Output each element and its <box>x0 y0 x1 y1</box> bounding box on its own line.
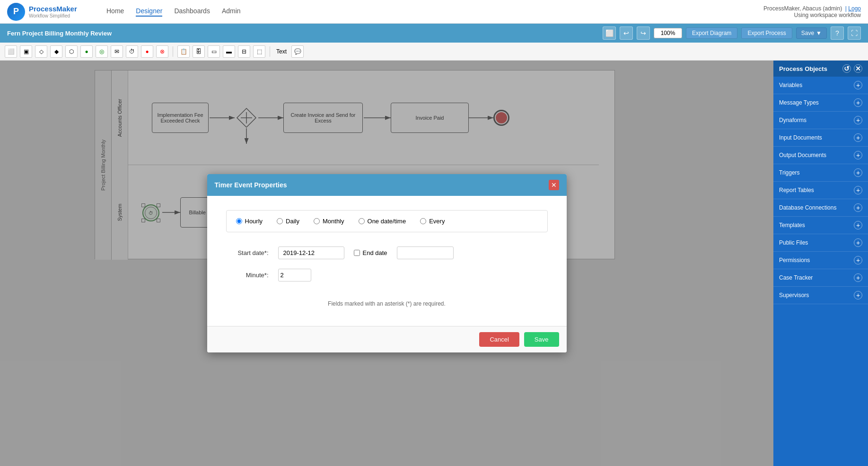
logout-link[interactable]: Logo <box>848 5 861 12</box>
tool-copy[interactable]: 📋 <box>177 45 190 58</box>
user-info: ProcessMaker, Abacus (admin) <box>763 5 842 12</box>
end-date-label-text: End date <box>363 249 387 256</box>
main-layout: Project Billing Monthly Accounts Officer <box>0 61 868 466</box>
tools-bar: ⬜ ▣ ◇ ◆ ⬡ ● ◎ ✉ ⏱ ● ⊗ 📋 🗄 ▭ ▬ ⊟ ⬚ Text 💬 <box>0 43 868 61</box>
main-nav: Home Designer Dashboards Admin <box>106 7 241 17</box>
tool-circle-green2[interactable]: ◎ <box>96 45 108 58</box>
panel-item-dynaforms[interactable]: Dynaforms + <box>773 112 868 129</box>
cancel-button[interactable]: Cancel <box>479 332 519 347</box>
nav-home[interactable]: Home <box>106 7 124 17</box>
add-permissions-icon[interactable]: + <box>854 256 862 264</box>
panel-header: Process Objects ↺ ✕ <box>773 61 868 77</box>
radio-monthly[interactable]: Monthly <box>314 218 344 225</box>
end-date-checkbox[interactable] <box>354 250 360 256</box>
end-date-checkbox-label[interactable]: End date <box>354 249 387 256</box>
separator1 <box>173 46 173 57</box>
required-note: Fields marked with an asterisk (*) are r… <box>226 300 548 307</box>
undo-icon[interactable]: ↩ <box>620 26 633 40</box>
add-case-tracker-icon[interactable]: + <box>854 273 862 282</box>
tool-circle-red[interactable]: ● <box>141 45 153 58</box>
tool-email[interactable]: ✉ <box>111 45 123 58</box>
canvas-area[interactable]: Project Billing Monthly Accounts Officer <box>0 61 773 466</box>
top-nav-bar: P ProcessMaker Workflow Simplified Home … <box>0 0 868 24</box>
add-input-docs-icon[interactable]: + <box>854 133 862 142</box>
refresh-icon[interactable]: ↺ <box>842 64 851 73</box>
tool-db[interactable]: 🗄 <box>193 45 205 58</box>
nav-dashboards[interactable]: Dashboards <box>174 7 210 17</box>
end-date-input[interactable] <box>397 246 454 259</box>
add-output-docs-icon[interactable]: + <box>854 151 862 159</box>
close-panel-icon[interactable]: ✕ <box>854 64 862 73</box>
add-message-types-icon[interactable]: + <box>854 98 862 107</box>
tool-rect[interactable]: ▭ <box>208 45 220 58</box>
export-diagram-button[interactable]: Export Diagram <box>686 27 737 39</box>
tool-select[interactable]: ⬜ <box>5 45 17 58</box>
fullscreen-icon[interactable]: ⛶ <box>848 26 861 40</box>
logo-text: ProcessMaker Workflow Simplified <box>29 5 77 19</box>
start-date-row: Start date*: End date <box>226 246 548 259</box>
tool-circle-green[interactable]: ● <box>80 45 93 58</box>
frequency-radio-group: Hourly Daily Monthly One date/ti <box>226 210 548 232</box>
panel-item-message-types[interactable]: Message Types + <box>773 94 868 112</box>
dropdown-arrow-icon: ▼ <box>816 30 822 36</box>
monitor-icon[interactable]: ⬜ <box>603 26 616 40</box>
panel-item-output-docs[interactable]: Output Documents + <box>773 147 868 164</box>
panel-item-input-docs[interactable]: Input Documents + <box>773 129 868 147</box>
panel-item-supervisors[interactable]: Supervisors + <box>773 287 868 304</box>
nav-designer[interactable]: Designer <box>136 7 162 17</box>
add-templates-icon[interactable]: + <box>854 221 862 229</box>
modal-close-button[interactable]: ✕ <box>549 180 559 190</box>
panel-item-report-tables[interactable]: Report Tables + <box>773 182 868 199</box>
add-dynaforms-icon[interactable]: + <box>854 116 862 124</box>
radio-hourly[interactable]: Hourly <box>236 218 263 225</box>
tool-task[interactable]: ▣ <box>20 45 32 58</box>
add-db-connections-icon[interactable]: + <box>854 203 862 212</box>
save-button[interactable]: Save ▼ <box>796 27 827 39</box>
tool-rect2[interactable]: ▬ <box>223 45 235 58</box>
top-right-user: ProcessMaker, Abacus (admin) | Logo Usin… <box>763 5 861 18</box>
minute-row: Minute*: <box>226 269 548 281</box>
help-icon[interactable]: ? <box>831 26 844 40</box>
panel-item-case-tracker[interactable]: Case Tracker + <box>773 269 868 287</box>
zoom-level[interactable]: 100% <box>654 28 682 38</box>
app-tagline: Workflow Simplified <box>29 13 77 19</box>
redo-icon[interactable]: ↪ <box>637 26 650 40</box>
tool-lane[interactable]: ⊟ <box>238 45 250 58</box>
minute-input[interactable] <box>278 269 311 281</box>
modal-title: Timer Event Properties <box>215 181 287 189</box>
add-report-tables-icon[interactable]: + <box>854 186 862 194</box>
panel-item-db-connections[interactable]: Database Connections + <box>773 199 868 217</box>
panel-item-public-files[interactable]: Public Files + <box>773 234 868 252</box>
tool-clock[interactable]: ⏱ <box>126 45 138 58</box>
tool-text[interactable]: Text <box>274 45 289 58</box>
modal-save-button[interactable]: Save <box>524 332 559 347</box>
export-process-button[interactable]: Export Process <box>741 27 792 39</box>
add-triggers-icon[interactable]: + <box>854 168 862 177</box>
tool-annotation[interactable]: 💬 <box>291 45 304 58</box>
panel-item-permissions[interactable]: Permissions + <box>773 252 868 269</box>
start-date-input[interactable] <box>278 246 344 259</box>
designer-toolbar: Fern Project Billing Monthly Review ⬜ ↩ … <box>0 24 868 43</box>
nav-admin[interactable]: Admin <box>222 7 241 17</box>
right-panel: Process Objects ↺ ✕ Variables + Message … <box>773 61 868 466</box>
radio-daily[interactable]: Daily <box>277 218 299 225</box>
minute-label: Minute*: <box>226 272 269 279</box>
panel-item-triggers[interactable]: Triggers + <box>773 164 868 182</box>
panel-item-variables[interactable]: Variables + <box>773 77 868 94</box>
add-variables-icon[interactable]: + <box>854 81 862 89</box>
panel-items-list: Variables + Message Types + Dynaforms + … <box>773 77 868 304</box>
tool-dashed[interactable]: ⬚ <box>253 45 265 58</box>
tool-diamond2[interactable]: ◆ <box>50 45 62 58</box>
tool-diamond[interactable]: ◇ <box>35 45 47 58</box>
panel-item-templates[interactable]: Templates + <box>773 217 868 234</box>
logo-icon: P <box>7 3 25 21</box>
tool-diamond3[interactable]: ⬡ <box>65 45 78 58</box>
tool-circle-red2[interactable]: ⊗ <box>156 45 168 58</box>
process-title: Fern Project Billing Monthly Review <box>7 30 598 37</box>
add-public-files-icon[interactable]: + <box>854 238 862 247</box>
workspace-text: Using workspace workflow <box>794 12 861 18</box>
add-supervisors-icon[interactable]: + <box>854 291 862 299</box>
radio-every[interactable]: Every <box>420 218 445 225</box>
radio-onedatetime[interactable]: One date/time <box>359 218 406 225</box>
panel-header-icons: ↺ ✕ <box>842 64 862 73</box>
